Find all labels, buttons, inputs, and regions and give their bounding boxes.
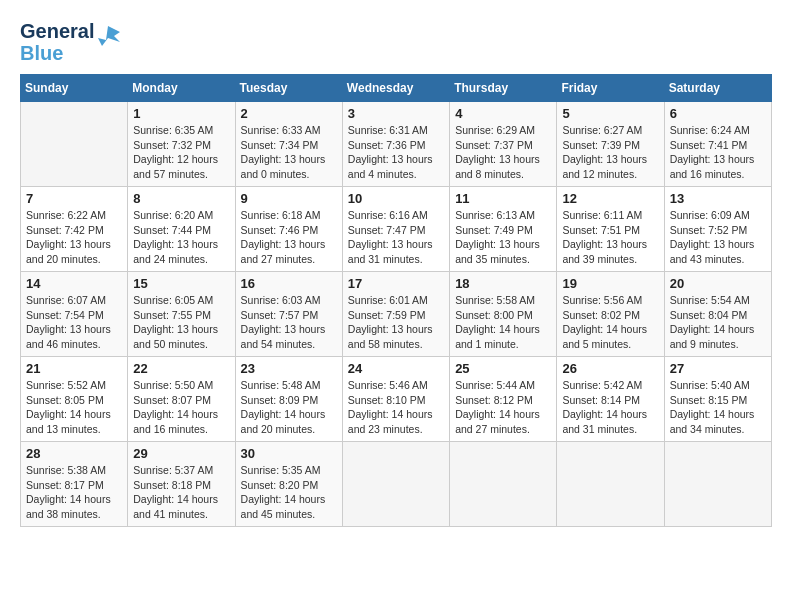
- calendar-week-row: 21Sunrise: 5:52 AMSunset: 8:05 PMDayligh…: [21, 357, 772, 442]
- day-number: 12: [562, 191, 658, 206]
- calendar-cell: 5Sunrise: 6:27 AMSunset: 7:39 PMDaylight…: [557, 102, 664, 187]
- calendar-cell: 8Sunrise: 6:20 AMSunset: 7:44 PMDaylight…: [128, 187, 235, 272]
- day-number: 8: [133, 191, 229, 206]
- day-number: 26: [562, 361, 658, 376]
- calendar-cell: 18Sunrise: 5:58 AMSunset: 8:00 PMDayligh…: [450, 272, 557, 357]
- day-number: 20: [670, 276, 766, 291]
- day-number: 21: [26, 361, 122, 376]
- day-number: 10: [348, 191, 444, 206]
- calendar-cell: 24Sunrise: 5:46 AMSunset: 8:10 PMDayligh…: [342, 357, 449, 442]
- day-info: Sunrise: 6:27 AMSunset: 7:39 PMDaylight:…: [562, 123, 658, 182]
- calendar-cell: 17Sunrise: 6:01 AMSunset: 7:59 PMDayligh…: [342, 272, 449, 357]
- day-info: Sunrise: 6:22 AMSunset: 7:42 PMDaylight:…: [26, 208, 122, 267]
- calendar-week-row: 1Sunrise: 6:35 AMSunset: 7:32 PMDaylight…: [21, 102, 772, 187]
- calendar-cell: 21Sunrise: 5:52 AMSunset: 8:05 PMDayligh…: [21, 357, 128, 442]
- calendar-cell: [342, 442, 449, 527]
- day-number: 22: [133, 361, 229, 376]
- day-info: Sunrise: 5:40 AMSunset: 8:15 PMDaylight:…: [670, 378, 766, 437]
- day-number: 15: [133, 276, 229, 291]
- calendar-cell: 19Sunrise: 5:56 AMSunset: 8:02 PMDayligh…: [557, 272, 664, 357]
- day-info: Sunrise: 6:24 AMSunset: 7:41 PMDaylight:…: [670, 123, 766, 182]
- day-info: Sunrise: 6:03 AMSunset: 7:57 PMDaylight:…: [241, 293, 337, 352]
- day-info: Sunrise: 5:50 AMSunset: 8:07 PMDaylight:…: [133, 378, 229, 437]
- calendar-cell: 13Sunrise: 6:09 AMSunset: 7:52 PMDayligh…: [664, 187, 771, 272]
- day-number: 3: [348, 106, 444, 121]
- day-info: Sunrise: 5:48 AMSunset: 8:09 PMDaylight:…: [241, 378, 337, 437]
- calendar-week-row: 28Sunrise: 5:38 AMSunset: 8:17 PMDayligh…: [21, 442, 772, 527]
- day-info: Sunrise: 5:44 AMSunset: 8:12 PMDaylight:…: [455, 378, 551, 437]
- calendar-cell: 23Sunrise: 5:48 AMSunset: 8:09 PMDayligh…: [235, 357, 342, 442]
- day-number: 19: [562, 276, 658, 291]
- calendar-cell: 7Sunrise: 6:22 AMSunset: 7:42 PMDaylight…: [21, 187, 128, 272]
- calendar-cell: 3Sunrise: 6:31 AMSunset: 7:36 PMDaylight…: [342, 102, 449, 187]
- calendar-cell: 25Sunrise: 5:44 AMSunset: 8:12 PMDayligh…: [450, 357, 557, 442]
- calendar-cell: 22Sunrise: 5:50 AMSunset: 8:07 PMDayligh…: [128, 357, 235, 442]
- calendar-cell: 26Sunrise: 5:42 AMSunset: 8:14 PMDayligh…: [557, 357, 664, 442]
- day-info: Sunrise: 6:16 AMSunset: 7:47 PMDaylight:…: [348, 208, 444, 267]
- day-info: Sunrise: 5:52 AMSunset: 8:05 PMDaylight:…: [26, 378, 122, 437]
- day-info: Sunrise: 5:58 AMSunset: 8:00 PMDaylight:…: [455, 293, 551, 352]
- day-info: Sunrise: 5:56 AMSunset: 8:02 PMDaylight:…: [562, 293, 658, 352]
- weekday-header: Friday: [557, 75, 664, 102]
- header-row: SundayMondayTuesdayWednesdayThursdayFrid…: [21, 75, 772, 102]
- calendar-cell: 14Sunrise: 6:07 AMSunset: 7:54 PMDayligh…: [21, 272, 128, 357]
- weekday-header: Thursday: [450, 75, 557, 102]
- day-number: 5: [562, 106, 658, 121]
- calendar-cell: 28Sunrise: 5:38 AMSunset: 8:17 PMDayligh…: [21, 442, 128, 527]
- calendar-cell: 10Sunrise: 6:16 AMSunset: 7:47 PMDayligh…: [342, 187, 449, 272]
- calendar-cell: [557, 442, 664, 527]
- calendar-cell: [450, 442, 557, 527]
- day-info: Sunrise: 6:07 AMSunset: 7:54 PMDaylight:…: [26, 293, 122, 352]
- calendar-week-row: 7Sunrise: 6:22 AMSunset: 7:42 PMDaylight…: [21, 187, 772, 272]
- day-info: Sunrise: 6:31 AMSunset: 7:36 PMDaylight:…: [348, 123, 444, 182]
- calendar-cell: 27Sunrise: 5:40 AMSunset: 8:15 PMDayligh…: [664, 357, 771, 442]
- day-info: Sunrise: 5:35 AMSunset: 8:20 PMDaylight:…: [241, 463, 337, 522]
- day-info: Sunrise: 6:05 AMSunset: 7:55 PMDaylight:…: [133, 293, 229, 352]
- calendar-week-row: 14Sunrise: 6:07 AMSunset: 7:54 PMDayligh…: [21, 272, 772, 357]
- day-number: 6: [670, 106, 766, 121]
- day-number: 24: [348, 361, 444, 376]
- day-number: 2: [241, 106, 337, 121]
- day-info: Sunrise: 5:38 AMSunset: 8:17 PMDaylight:…: [26, 463, 122, 522]
- calendar-cell: 2Sunrise: 6:33 AMSunset: 7:34 PMDaylight…: [235, 102, 342, 187]
- day-number: 14: [26, 276, 122, 291]
- page-header: GeneralBlue: [20, 20, 772, 64]
- day-number: 4: [455, 106, 551, 121]
- day-number: 11: [455, 191, 551, 206]
- day-number: 13: [670, 191, 766, 206]
- day-number: 9: [241, 191, 337, 206]
- day-number: 7: [26, 191, 122, 206]
- weekday-header: Monday: [128, 75, 235, 102]
- day-number: 30: [241, 446, 337, 461]
- day-info: Sunrise: 6:01 AMSunset: 7:59 PMDaylight:…: [348, 293, 444, 352]
- day-number: 23: [241, 361, 337, 376]
- calendar-cell: 30Sunrise: 5:35 AMSunset: 8:20 PMDayligh…: [235, 442, 342, 527]
- day-number: 16: [241, 276, 337, 291]
- day-number: 27: [670, 361, 766, 376]
- day-info: Sunrise: 5:46 AMSunset: 8:10 PMDaylight:…: [348, 378, 444, 437]
- calendar-cell: 11Sunrise: 6:13 AMSunset: 7:49 PMDayligh…: [450, 187, 557, 272]
- logo: GeneralBlue: [20, 20, 120, 64]
- day-number: 29: [133, 446, 229, 461]
- day-number: 1: [133, 106, 229, 121]
- calendar-table: SundayMondayTuesdayWednesdayThursdayFrid…: [20, 74, 772, 527]
- calendar-cell: [21, 102, 128, 187]
- svg-marker-0: [98, 26, 120, 46]
- weekday-header: Sunday: [21, 75, 128, 102]
- calendar-cell: [664, 442, 771, 527]
- day-info: Sunrise: 6:11 AMSunset: 7:51 PMDaylight:…: [562, 208, 658, 267]
- day-info: Sunrise: 5:54 AMSunset: 8:04 PMDaylight:…: [670, 293, 766, 352]
- calendar-cell: 20Sunrise: 5:54 AMSunset: 8:04 PMDayligh…: [664, 272, 771, 357]
- calendar-cell: 6Sunrise: 6:24 AMSunset: 7:41 PMDaylight…: [664, 102, 771, 187]
- day-info: Sunrise: 6:09 AMSunset: 7:52 PMDaylight:…: [670, 208, 766, 267]
- day-info: Sunrise: 5:37 AMSunset: 8:18 PMDaylight:…: [133, 463, 229, 522]
- day-info: Sunrise: 6:33 AMSunset: 7:34 PMDaylight:…: [241, 123, 337, 182]
- calendar-cell: 16Sunrise: 6:03 AMSunset: 7:57 PMDayligh…: [235, 272, 342, 357]
- weekday-header: Saturday: [664, 75, 771, 102]
- day-info: Sunrise: 6:20 AMSunset: 7:44 PMDaylight:…: [133, 208, 229, 267]
- day-info: Sunrise: 6:29 AMSunset: 7:37 PMDaylight:…: [455, 123, 551, 182]
- calendar-cell: 4Sunrise: 6:29 AMSunset: 7:37 PMDaylight…: [450, 102, 557, 187]
- day-info: Sunrise: 6:18 AMSunset: 7:46 PMDaylight:…: [241, 208, 337, 267]
- day-info: Sunrise: 6:35 AMSunset: 7:32 PMDaylight:…: [133, 123, 229, 182]
- day-number: 17: [348, 276, 444, 291]
